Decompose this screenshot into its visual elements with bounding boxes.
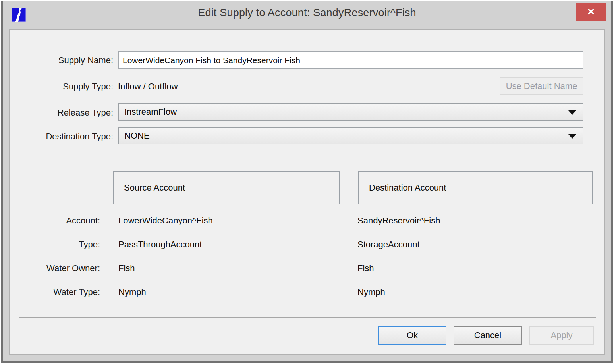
- destination-type-value: NONE: [124, 131, 150, 141]
- source-water-owner-value: Fish: [118, 263, 135, 273]
- account-row-label: Account:: [10, 216, 100, 226]
- use-default-name-button[interactable]: Use Default Name: [500, 77, 583, 95]
- release-type-dropdown[interactable]: InstreamFlow: [118, 103, 583, 121]
- destination-type-label: Destination Type:: [10, 131, 113, 142]
- destination-account-group-label: Destination Account: [369, 183, 446, 193]
- dropdown-arrow-icon: [568, 110, 576, 115]
- dialog-body: Supply Name: Supply Type: Inflow / Outfl…: [9, 29, 605, 355]
- close-button[interactable]: ✕: [576, 3, 606, 21]
- supply-name-label: Supply Name:: [10, 55, 113, 65]
- supply-type-label: Supply Type:: [10, 81, 113, 92]
- source-type-value: PassThroughAccount: [118, 239, 202, 250]
- dialog-window: Edit Supply to Account: SandyReservoir^F…: [1, 1, 613, 363]
- type-row-label: Type:: [10, 239, 100, 250]
- supply-type-value: Inflow / Outflow: [118, 81, 178, 92]
- source-water-type-value: Nymph: [118, 287, 146, 297]
- cancel-button[interactable]: Cancel: [454, 326, 522, 345]
- dropdown-arrow-icon: [568, 134, 576, 139]
- source-account-value: LowerWideCanyon^Fish: [118, 216, 213, 226]
- supply-name-input[interactable]: [118, 51, 583, 69]
- source-account-group: Source Account: [113, 171, 340, 204]
- apply-button[interactable]: Apply: [529, 326, 594, 345]
- water-type-row-label: Water Type:: [10, 287, 100, 297]
- footer-divider: [19, 317, 596, 318]
- dialog-title: Edit Supply to Account: SandyReservoir^F…: [3, 7, 611, 19]
- water-owner-row-label: Water Owner:: [10, 263, 100, 273]
- destination-account-value: SandyReservoir^Fish: [357, 216, 440, 226]
- release-type-label: Release Type:: [10, 108, 113, 118]
- destination-water-owner-value: Fish: [357, 263, 374, 273]
- close-icon: ✕: [587, 6, 595, 17]
- destination-type-account-value: StorageAccount: [357, 239, 420, 250]
- ok-button[interactable]: Ok: [378, 326, 446, 345]
- destination-account-group: Destination Account: [358, 171, 593, 204]
- release-type-value: InstreamFlow: [124, 107, 177, 117]
- destination-type-dropdown[interactable]: NONE: [118, 127, 583, 144]
- title-bar: Edit Supply to Account: SandyReservoir^F…: [3, 1, 611, 27]
- destination-water-type-value: Nymph: [357, 287, 385, 297]
- source-account-group-label: Source Account: [124, 183, 185, 193]
